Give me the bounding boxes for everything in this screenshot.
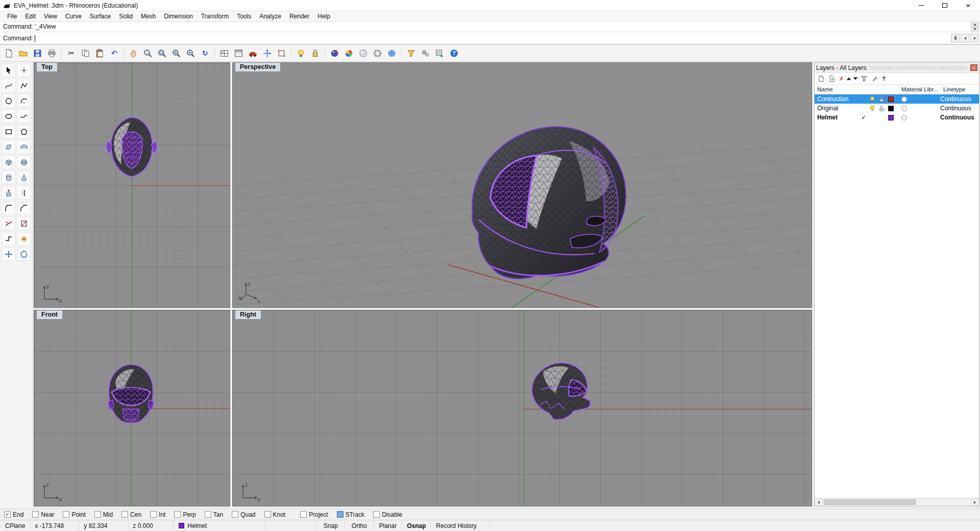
toggle-record-history[interactable]: Record History	[431, 520, 490, 531]
column-material[interactable]: Material Libr...	[901, 86, 943, 92]
toolbar-button-save[interactable]	[31, 46, 44, 60]
toolbar-button-zoom-dynamic[interactable]	[141, 46, 155, 60]
layers-help-icon[interactable]: ?	[882, 76, 886, 82]
side-button-split[interactable]	[17, 216, 31, 230]
layer-color-swatch[interactable]	[886, 115, 895, 120]
checkbox[interactable]	[232, 511, 238, 518]
osnap-item-near[interactable]: Near	[32, 511, 54, 518]
checkbox[interactable]	[32, 511, 39, 518]
viewport-tab-perspective[interactable]: Perspective	[235, 63, 281, 72]
side-button-move[interactable]	[2, 247, 15, 261]
menu-render[interactable]: Render	[285, 12, 313, 21]
osnap-item-point[interactable]: Point	[63, 511, 85, 518]
toolbar-button-material-sphere[interactable]	[356, 46, 370, 60]
toolbar-button-copy[interactable]	[79, 46, 92, 60]
checkbox[interactable]	[121, 511, 128, 518]
osnap-item-tan[interactable]: Tan	[205, 511, 223, 518]
layers-panel-header[interactable]: Layers - All Layers ×	[815, 63, 979, 73]
side-button-arc[interactable]	[17, 94, 31, 108]
layer-row-original[interactable]: Original Continuous	[815, 104, 979, 113]
close-button[interactable]: ×	[957, 0, 980, 11]
layer-lock-toggle[interactable]	[877, 105, 886, 112]
side-button-revolve[interactable]	[17, 186, 31, 200]
toolbar-button-new-file[interactable]	[2, 46, 16, 60]
layer-row-contruction[interactable]: Contruction Continuous	[815, 94, 979, 104]
checkbox[interactable]	[63, 511, 69, 518]
helmet-model-perspective[interactable]	[442, 110, 645, 295]
layer-tools-icon[interactable]	[871, 75, 878, 82]
osnap-item-mid[interactable]: Mid	[94, 511, 113, 518]
delete-layer-icon[interactable]: ✗	[839, 76, 844, 82]
side-button-rectangle[interactable]	[2, 125, 15, 138]
osnap-item-knot[interactable]: Knot	[264, 511, 286, 518]
menu-view[interactable]: View	[40, 12, 61, 21]
menu-dimension[interactable]: Dimension	[160, 12, 197, 21]
toolbar-button-help[interactable]: ?	[447, 46, 461, 60]
layer-linetype[interactable]: Continuous	[940, 114, 979, 121]
osnap-item-end[interactable]: End	[4, 511, 23, 518]
side-button-ellipse[interactable]	[2, 109, 15, 123]
toolbar-button-undo[interactable]: ↶	[107, 46, 121, 60]
toolbar-button-export-grid[interactable]	[433, 46, 447, 60]
layer-filter-icon[interactable]	[861, 75, 868, 82]
toolbar-button-open-file[interactable]	[16, 46, 30, 60]
side-button-curve-control-point[interactable]	[2, 79, 15, 92]
layer-visibility-toggle[interactable]	[868, 95, 877, 103]
command-forward-button[interactable]	[970, 34, 979, 42]
checkbox-highlighted[interactable]	[337, 511, 344, 518]
side-button-cylinder[interactable]	[2, 171, 15, 184]
checkbox[interactable]	[373, 511, 380, 518]
toolbar-button-cut[interactable]: ✂	[64, 46, 78, 60]
status-cplane[interactable]: CPlane	[0, 520, 31, 531]
checkbox-checked[interactable]	[4, 511, 11, 518]
panel-grip[interactable]	[869, 65, 968, 70]
toolbar-button-rotate-view[interactable]: ↻	[198, 46, 212, 60]
osnap-item-strack[interactable]: STrack	[337, 511, 365, 518]
move-layer-down-icon[interactable]	[853, 77, 857, 80]
toolbar-button-zoom-selected[interactable]	[184, 46, 198, 60]
layer-row-helmet[interactable]: Helmet ✓ Continuous	[815, 113, 979, 122]
helmet-model-top[interactable]	[99, 111, 164, 184]
checkbox[interactable]	[94, 511, 101, 518]
viewport-tab-top[interactable]: Top	[36, 63, 58, 72]
scrollbar-track[interactable]	[823, 498, 971, 506]
layer-color-swatch[interactable]	[886, 106, 895, 111]
status-current-layer[interactable]: Helmet	[174, 520, 265, 531]
side-button-polyline[interactable]	[17, 79, 31, 92]
toolbar-button-layer-manager[interactable]	[232, 46, 246, 60]
command-history-scroll-down[interactable]	[971, 27, 979, 31]
osnap-item-quad[interactable]: Quad	[232, 511, 255, 518]
layer-material[interactable]	[895, 115, 913, 120]
toolbar-button-pan[interactable]	[127, 46, 140, 60]
viewport-tab-right[interactable]: Right	[235, 310, 261, 320]
helmet-model-front[interactable]	[99, 360, 163, 429]
layer-visibility-toggle[interactable]	[868, 105, 877, 112]
command-back-button[interactable]	[961, 34, 969, 42]
helmet-model-right[interactable]	[522, 358, 601, 432]
osnap-item-perp[interactable]: Perp	[174, 511, 195, 518]
toolbar-button-render[interactable]	[328, 46, 341, 60]
toolbar-button-four-view[interactable]	[217, 46, 231, 60]
toolbar-button-options-gears[interactable]	[419, 46, 432, 60]
toolbar-button-gumball[interactable]	[260, 46, 274, 60]
menu-solid[interactable]: Solid	[115, 12, 137, 21]
command-history[interactable]: Command: '_4View	[0, 22, 980, 32]
toggle-osnap[interactable]: Osnap	[402, 520, 431, 531]
menu-help[interactable]: Help	[313, 12, 334, 21]
viewport-perspective[interactable]: Perspective z y x	[232, 62, 812, 308]
checkbox[interactable]	[300, 511, 307, 518]
side-button-cone[interactable]	[17, 171, 31, 184]
maximize-button[interactable]	[933, 0, 957, 11]
checkbox[interactable]	[264, 511, 271, 518]
side-button-explode[interactable]	[17, 232, 31, 246]
command-updown-button[interactable]	[951, 34, 960, 42]
toolbar-button-render-vehicle[interactable]	[246, 46, 260, 60]
toolbar-button-color-wheel[interactable]	[342, 46, 356, 60]
side-button-loft-surface[interactable]	[17, 140, 31, 154]
layer-material[interactable]	[895, 96, 913, 102]
toolbar-button-annotate-funnel[interactable]	[404, 46, 418, 60]
viewport-top[interactable]: Top y x	[34, 62, 230, 308]
toggle-snap[interactable]: Snap	[316, 520, 345, 531]
checkbox[interactable]	[174, 511, 181, 518]
toolbar-button-zoom-extents[interactable]	[169, 46, 183, 60]
